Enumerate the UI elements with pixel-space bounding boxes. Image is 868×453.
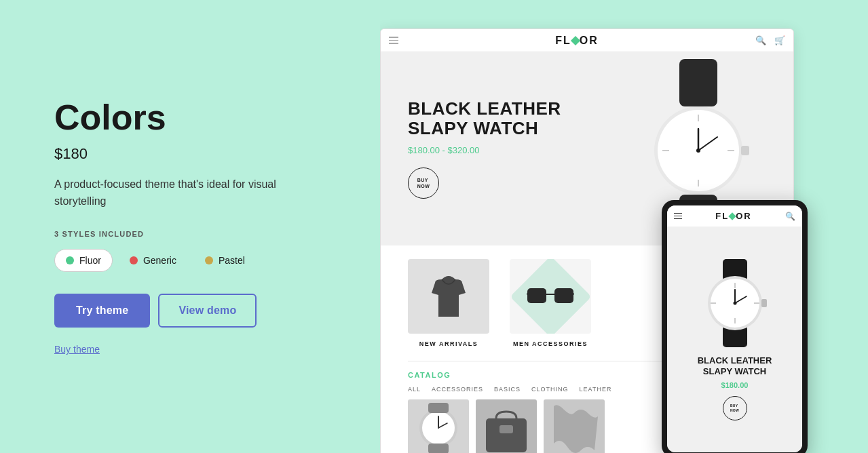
- theme-price: $180: [54, 145, 326, 163]
- svg-rect-0: [679, 59, 717, 106]
- svg-rect-22: [428, 444, 449, 453]
- svg-line-16: [573, 292, 574, 294]
- mobile-hero-title: BLACK LEATHER SLAPY WATCH: [698, 355, 772, 376]
- mobile-hero-price: $180.00: [721, 381, 749, 389]
- svg-point-10: [696, 149, 700, 153]
- svg-rect-23: [486, 418, 527, 452]
- styles-label: 3 STYLES INCLUDED: [54, 230, 326, 238]
- svg-rect-11: [741, 146, 749, 155]
- fluor-label: Fluor: [79, 255, 101, 266]
- mobile-logo: FLOR: [715, 211, 751, 221]
- mobile-logo-diamond-icon: [729, 212, 736, 220]
- svg-rect-12: [527, 288, 546, 303]
- filter-basics[interactable]: BASICS: [494, 386, 521, 393]
- fluor-dot: [66, 256, 74, 264]
- svg-rect-24: [499, 425, 513, 433]
- mobile-menu-icon[interactable]: [674, 213, 682, 220]
- desktop-logo: FLOR: [555, 35, 599, 47]
- new-arrivals-label: NEW ARRIVALS: [419, 340, 478, 347]
- style-option-pastel[interactable]: Pastel: [193, 249, 257, 272]
- svg-rect-13: [554, 288, 573, 303]
- hero-title: BLACK LEATHER SLAPY WATCH: [408, 99, 561, 138]
- view-demo-button[interactable]: View demo: [158, 294, 257, 328]
- catalog-product-3: [544, 399, 605, 453]
- hero-price: $180.00 - $320.00: [408, 145, 561, 155]
- new-arrivals-product: NEW ARRIVALS: [408, 259, 489, 347]
- filter-all[interactable]: ALL: [408, 386, 421, 393]
- style-option-fluor[interactable]: Fluor: [54, 249, 113, 272]
- catalog-product-1: [408, 399, 469, 453]
- style-options: Fluor Generic Pastel: [54, 249, 326, 272]
- mobile-screen: FLOR 🔍: [667, 205, 802, 452]
- generic-dot: [130, 256, 138, 264]
- svg-rect-21: [428, 403, 449, 413]
- hero-text: BLACK LEATHER SLAPY WATCH $180.00 - $320…: [408, 99, 561, 198]
- sweater-image: [408, 259, 489, 334]
- mobile-watch-illustration: [691, 259, 779, 347]
- browser-icons: 🔍 🛒: [755, 35, 785, 45]
- browser-menu-icon: [389, 37, 398, 44]
- right-panel: FLOR 🔍 🛒 BLACK LEATHER SLAPY WATCH $180.…: [380, 0, 868, 453]
- buy-now-button[interactable]: BUYNOW: [408, 168, 439, 199]
- men-accessories-product: MEN ACCESSORIES: [510, 259, 591, 347]
- buy-theme-link[interactable]: Buy theme: [54, 344, 326, 355]
- theme-title: Colors: [54, 98, 326, 137]
- mobile-search-icon[interactable]: 🔍: [785, 212, 795, 221]
- mobile-hero: BLACK LEATHER SLAPY WATCH $180.00 BUYNOW: [667, 227, 802, 452]
- search-icon[interactable]: 🔍: [755, 35, 766, 45]
- buttons-row: Try theme View demo: [54, 294, 326, 328]
- svg-rect-36: [761, 299, 767, 307]
- theme-description: A product-focused theme that's ideal for…: [54, 176, 326, 210]
- filter-accessories[interactable]: ACCESSORIES: [432, 386, 483, 393]
- mobile-header: FLOR 🔍: [667, 205, 802, 227]
- mobile-preview: FLOR 🔍: [662, 200, 808, 453]
- catalog-product-2: [476, 399, 537, 453]
- sunglasses-image: [510, 259, 591, 334]
- pastel-dot: [205, 256, 213, 264]
- desktop-browser-bar: FLOR 🔍 🛒: [381, 29, 793, 52]
- men-accessories-label: MEN ACCESSORIES: [513, 340, 588, 347]
- filter-clothing[interactable]: CLOTHING: [531, 386, 569, 393]
- generic-label: Generic: [143, 255, 176, 266]
- mobile-buy-now-button[interactable]: BUYNOW: [723, 396, 747, 420]
- left-panel: Colors $180 A product-focused theme that…: [0, 0, 380, 453]
- svg-point-35: [733, 302, 736, 305]
- logo-diamond-icon: [571, 35, 580, 45]
- svg-line-15: [527, 292, 527, 294]
- cart-icon[interactable]: 🛒: [774, 35, 785, 45]
- try-theme-button[interactable]: Try theme: [54, 294, 150, 328]
- style-option-generic[interactable]: Generic: [118, 249, 188, 272]
- pastel-label: Pastel: [219, 255, 245, 266]
- filter-leather[interactable]: LEATHER: [580, 386, 612, 393]
